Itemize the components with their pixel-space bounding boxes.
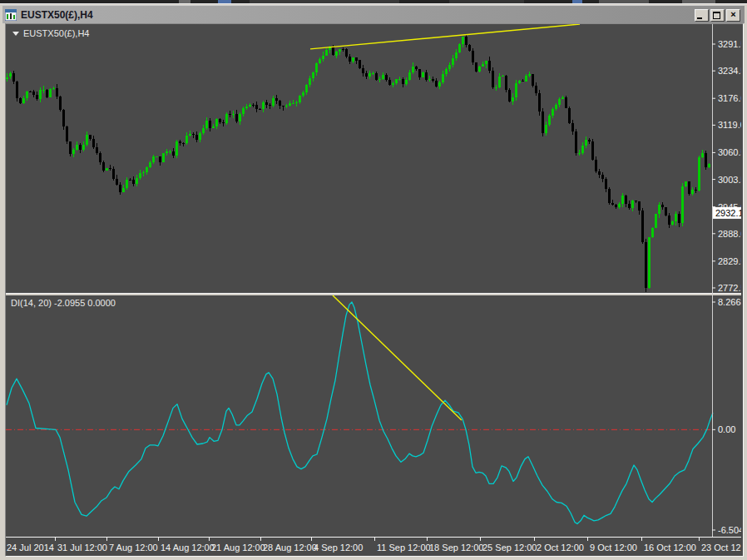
chart-icon: [5, 9, 17, 21]
candle-body: [478, 67, 481, 72]
candle-body: [638, 201, 641, 211]
candle-body: [335, 52, 338, 56]
candle-body: [235, 114, 238, 122]
candle-body: [192, 134, 195, 135]
candle-body: [42, 90, 45, 91]
candle-body: [142, 172, 145, 173]
candle-body: [475, 62, 477, 72]
candle-body: [322, 56, 324, 59]
candle-body: [505, 76, 507, 90]
time-tick-label: 24 Jul 2014: [7, 543, 54, 553]
candle-body: [621, 196, 624, 205]
candle-body: [498, 77, 501, 87]
candle-body: [465, 37, 467, 45]
price-tick-label: 2829.5: [718, 256, 741, 266]
candle-body: [645, 242, 647, 289]
minimize-button[interactable]: [695, 9, 709, 22]
candle-body: [432, 79, 434, 81]
candle-body: [685, 181, 687, 186]
candle-body: [382, 75, 384, 79]
candle-body: [215, 119, 218, 126]
time-tick-label: 2 Oct 12:00: [537, 543, 584, 553]
candle-body: [598, 171, 601, 176]
time-tick-label: 25 Sep 12:00: [482, 543, 537, 553]
candle-body: [32, 92, 35, 95]
candle-body: [119, 185, 121, 192]
candle-body: [202, 128, 205, 133]
candle-body: [571, 123, 574, 132]
maximize-button[interactable]: [710, 9, 725, 22]
candle-body: [548, 116, 551, 126]
candle-body: [342, 49, 344, 50]
candle-body: [149, 162, 151, 167]
candle-body: [189, 134, 191, 136]
candle-body: [425, 72, 428, 81]
dropdown-arrow-icon: [12, 32, 19, 36]
candle-body: [255, 105, 258, 109]
candle-body: [82, 145, 85, 150]
candle-body: [245, 107, 248, 108]
candle-body: [92, 139, 95, 147]
price-tick-label: 2772.5: [718, 283, 741, 293]
candle-body: [661, 205, 664, 208]
candle-body: [538, 93, 541, 112]
candle-body: [708, 164, 710, 167]
indicator-tick-label: 8.2668: [718, 297, 741, 307]
candle-body: [378, 79, 381, 80]
minimize-icon: [697, 17, 702, 19]
close-button[interactable]: ×: [726, 9, 740, 22]
candle-body: [615, 205, 617, 207]
candle-body: [146, 167, 148, 172]
candle-body: [62, 110, 65, 126]
candle-body: [635, 201, 637, 201]
chart-surface[interactable]: 3291.53234.53176.03119.03060.53003.52945…: [6, 24, 741, 554]
candle-body: [172, 151, 175, 156]
window-title: EUSTX50(£),H4: [21, 9, 93, 21]
chart-background: [6, 24, 741, 554]
candle-body: [488, 61, 491, 71]
candle-body: [631, 201, 634, 208]
candle-body: [435, 81, 438, 87]
candle-body: [525, 76, 527, 82]
time-tick-label: 7 Aug 12:00: [109, 543, 158, 553]
candle-body: [415, 67, 418, 69]
candle-body: [705, 153, 707, 167]
candle-body: [482, 64, 484, 66]
candle-body: [275, 98, 278, 101]
candle-body: [588, 140, 591, 142]
window-titlebar[interactable]: EUSTX50(£),H4 ×: [2, 5, 745, 23]
candle-body: [388, 80, 391, 85]
candle-body: [545, 125, 547, 133]
candle-body: [282, 106, 284, 107]
candle-body: [385, 75, 388, 80]
candle-body: [239, 114, 241, 122]
candle-body: [349, 57, 351, 62]
candle-body: [129, 180, 131, 181]
candle-body: [96, 147, 98, 153]
candle-body: [518, 81, 521, 83]
candle-body: [279, 101, 281, 106]
candle-body: [565, 97, 567, 108]
candle-body: [395, 79, 398, 83]
candle-body: [252, 105, 255, 106]
candle-body: [182, 143, 185, 144]
candle-body: [485, 61, 487, 65]
candle-body: [159, 156, 161, 162]
candle-body: [312, 72, 314, 78]
candle-body: [9, 73, 12, 77]
candle-body: [392, 83, 394, 85]
candle-body: [532, 74, 534, 86]
candle-body: [452, 58, 454, 65]
candle-body: [695, 190, 697, 191]
candle-body: [408, 72, 411, 81]
chart-widget[interactable]: 3291.53234.53176.03119.03060.53003.52945…: [5, 23, 744, 557]
candle-body: [355, 57, 358, 60]
candle-body: [398, 79, 401, 80]
candle-body: [641, 211, 644, 241]
indicator-label: DI(14, 20) -2.0955 0.0000: [11, 298, 116, 308]
candle-body: [49, 89, 52, 97]
indicator-label-text: DI(14, 20) -2.0955 0.0000: [11, 298, 116, 308]
candle-body: [528, 74, 531, 76]
candle-body: [418, 69, 421, 77]
candle-body: [46, 90, 48, 97]
